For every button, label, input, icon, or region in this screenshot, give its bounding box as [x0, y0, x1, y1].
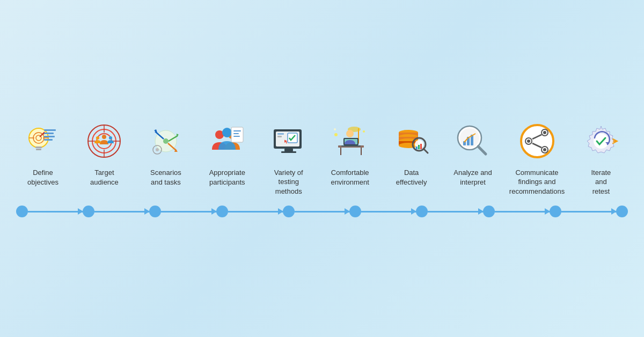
svg-rect-7: [44, 129, 56, 131]
svg-point-56: [346, 130, 354, 137]
step-6-label: Comfortableenvironment: [331, 168, 369, 196]
svg-rect-70: [416, 146, 418, 149]
step-8-icon: [451, 120, 494, 163]
dot-7: [416, 206, 428, 217]
step-5-label: Variety oftestingmethods: [274, 168, 303, 196]
svg-point-58: [363, 130, 365, 133]
svg-point-22: [109, 136, 112, 140]
steps-row: Defineobjectives: [16, 120, 628, 196]
svg-rect-71: [418, 145, 420, 149]
step-2-icon: [83, 120, 126, 163]
timeline-container: Defineobjectives: [16, 109, 628, 229]
svg-rect-12: [36, 149, 41, 150]
step-10: Iterateandretest: [574, 120, 628, 196]
arrow-6: [361, 211, 416, 213]
dot-4: [216, 206, 228, 217]
svg-rect-38: [233, 133, 239, 134]
svg-rect-72: [420, 144, 422, 149]
step-6-icon: [328, 120, 371, 163]
svg-rect-52: [361, 148, 362, 155]
svg-point-35: [222, 128, 232, 137]
svg-rect-36: [231, 127, 243, 142]
arrow-3: [161, 211, 216, 213]
svg-rect-37: [233, 130, 241, 131]
step-4-icon: [206, 120, 248, 163]
arrow-7: [428, 211, 482, 213]
step-1-label: Defineobjectives: [27, 168, 58, 196]
step-7-icon: [390, 120, 433, 163]
step-9: Communicatefindings andrecommendations: [508, 120, 567, 196]
svg-line-69: [423, 149, 428, 153]
svg-rect-55: [341, 145, 361, 146]
timeline-line-row: [16, 206, 628, 217]
svg-rect-44: [277, 133, 284, 135]
svg-rect-51: [340, 148, 341, 155]
dot-6: [349, 206, 361, 217]
svg-rect-42: [284, 149, 293, 151]
step-8: Analyze andinterpret: [446, 120, 500, 196]
step-4-label: Appropriateparticipants: [209, 168, 245, 196]
svg-rect-11: [35, 146, 42, 148]
dot-2: [83, 206, 94, 217]
svg-rect-39: [233, 136, 240, 137]
step-9-label: Communicatefindings andrecommendations: [509, 168, 565, 196]
svg-rect-9: [44, 136, 55, 137]
step-3: Scenariosand tasks: [139, 120, 193, 196]
dot-3: [149, 206, 161, 217]
svg-line-78: [478, 146, 486, 154]
step-9-icon: [516, 120, 559, 163]
arrow-2: [94, 211, 149, 213]
dot-9: [550, 206, 561, 217]
svg-rect-8: [44, 133, 54, 134]
dot-8: [483, 206, 495, 217]
step-2-label: Targetaudience: [90, 168, 119, 196]
dot-1: [16, 206, 28, 217]
svg-point-32: [156, 148, 159, 151]
step-7-label: Dataeffectively: [396, 168, 427, 196]
arrow-1: [28, 211, 83, 213]
step-3-label: Scenariosand tasks: [150, 168, 181, 196]
step-6: Comfortableenvironment: [323, 120, 377, 196]
step-3-icon: [144, 120, 187, 163]
step-7: Dataeffectively: [385, 120, 438, 196]
step-1-icon: [21, 120, 64, 163]
step-4: Appropriateparticipants: [200, 120, 254, 196]
dot-10: [616, 206, 628, 217]
dot-5: [283, 206, 295, 217]
svg-point-90: [543, 148, 546, 151]
arrow-4: [228, 211, 283, 213]
step-5-icon: [267, 120, 310, 163]
svg-point-21: [96, 136, 99, 140]
step-10-icon: [580, 120, 623, 163]
svg-point-20: [102, 135, 106, 139]
svg-rect-43: [281, 151, 296, 153]
svg-point-88: [543, 131, 546, 134]
step-1: Defineobjectives: [16, 120, 70, 196]
svg-rect-10: [44, 139, 53, 141]
svg-point-89: [527, 140, 530, 143]
step-8-label: Analyze andinterpret: [453, 168, 492, 196]
svg-point-57: [334, 133, 338, 136]
svg-rect-45: [277, 136, 282, 137]
step-10-label: Iterateandretest: [591, 168, 611, 196]
arrow-5: [295, 211, 349, 213]
svg-point-59: [334, 128, 336, 130]
arrow-9: [561, 211, 616, 213]
step-5: Variety oftestingmethods: [262, 120, 316, 196]
svg-point-24: [163, 138, 169, 144]
step-2: Targetaudience: [77, 120, 131, 196]
arrow-8: [495, 211, 550, 213]
